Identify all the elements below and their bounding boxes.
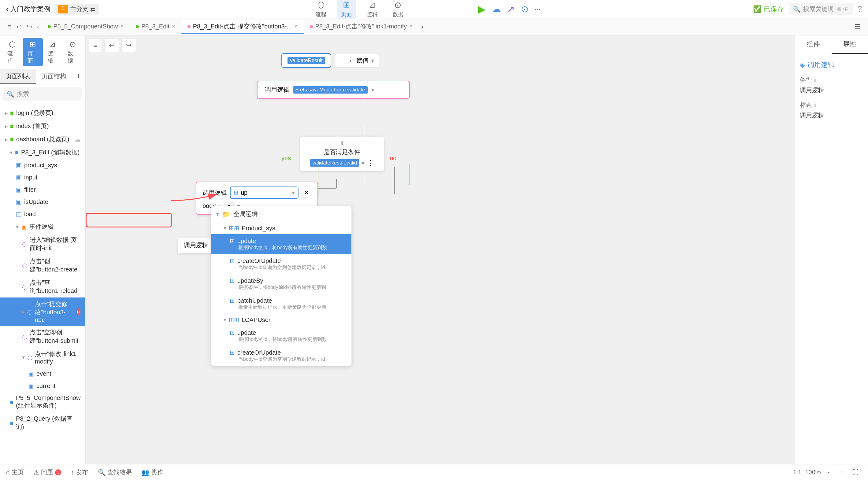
tree-item-submit[interactable]: ◌ 点击"立即创建"button4-submit <box>0 326 85 347</box>
canvas-undo-button[interactable]: ↩ <box>104 38 119 52</box>
nav-page[interactable]: ⊞ 页面 <box>337 0 356 19</box>
dropdown-product-section[interactable]: ▾ ⊞⊞ Product_sys <box>211 222 351 234</box>
sidebar-nav-flow[interactable]: ⬡ 流程 <box>2 38 23 66</box>
page-tab-add[interactable]: + <box>71 69 85 84</box>
sidebar-search-bar: 🔍 搜索 <box>0 85 85 104</box>
canvas-collapse-button[interactable]: ≡ <box>89 38 102 52</box>
dropdown-item-updateby[interactable]: ⊞ updateBy 根据条件，将body除id外所有属性更新到 <box>211 274 351 294</box>
tab-close-p8-3-link1[interactable]: × <box>409 23 412 30</box>
tree-item-p8-2[interactable]: ■ P8_2_Query (数据查询) <box>0 412 85 434</box>
nav-data[interactable]: ⊙ 数据 <box>389 0 407 19</box>
tree-item-events[interactable]: ▾ ▣ 事件逻辑 <box>0 220 85 233</box>
share-icon[interactable]: ↗ <box>507 4 515 14</box>
settings-icon[interactable]: ⊙ <box>521 4 528 14</box>
tab-p8-3-edit[interactable]: P8_3_Edit × <box>130 21 181 33</box>
dropdown-lcapuser-section[interactable]: ▾ ⊞⊞ LCAPUser <box>211 314 351 326</box>
condition-dropdown-icon[interactable]: ▾ <box>361 159 365 167</box>
tab-forward-button[interactable]: ↪ <box>24 21 35 33</box>
zoom-plus-button[interactable]: + <box>836 468 846 477</box>
logic-input-dropdown[interactable]: ▾ <box>292 189 295 196</box>
logic-dropdown: ▾ 📁 全局逻辑 ▾ ⊞⊞ Product_sys ⊞ update 根据bod… <box>211 206 352 366</box>
tree-item-modify[interactable]: ▾ ◌ 点击"修改"link1-modify <box>0 347 85 367</box>
branch-button[interactable]: 主 主分支 ⇄ <box>54 4 99 15</box>
tree-item-index[interactable]: ▸ ■ index (首页) <box>0 120 85 133</box>
top-bar-right: ✅ 已保存 🔍 搜索关键词 ⌘+F ? <box>753 3 862 15</box>
dropdown-item-batchupdate[interactable]: ⊞ batchUpdate 批量更新数据记录，更新策略为全部更新 <box>211 294 351 314</box>
cloud-icon[interactable]: ☁ <box>492 4 501 14</box>
sidebar-nav-logic[interactable]: ⊿ 逻辑 <box>43 38 63 66</box>
tab-p8-3-button3[interactable]: P8_3_Edit-点击"提交修改"button3-... × <box>181 20 304 34</box>
label-init: 进入"编辑数据"页面时-init <box>30 236 81 252</box>
tree-item-product-sys[interactable]: ▣ product_sys <box>0 159 85 171</box>
bottom-home[interactable]: ⌂ 主页 <box>6 468 24 476</box>
search-box[interactable]: 🔍 搜索关键词 ⌘+F <box>789 3 853 15</box>
dropdown-item-update2[interactable]: ⊞ update 根据body的id，将body所有属性更新到数 <box>211 326 351 346</box>
tree-item-input[interactable]: ▣ input <box>0 171 85 184</box>
page-tab-structure[interactable]: 页面结构 <box>36 69 71 84</box>
sidebar-page-label: 页面 <box>28 50 38 65</box>
tab-p8-3-link1[interactable]: P8_3_Edit-点击"修改"link1-modify × <box>304 20 419 34</box>
help-icon[interactable]: ? <box>858 4 862 14</box>
batchupdate-icon: ⊞ <box>230 297 235 304</box>
tree-item-p8-3-edit[interactable]: ▾ ■ P8_3_Edit (编辑数据) <box>0 146 85 159</box>
tree-item-isupdate[interactable]: ▣ isUpdate <box>0 196 85 208</box>
bottom-search[interactable]: 🔍 查找结果 <box>98 468 132 476</box>
dropdown-item-createorupdate[interactable]: ⊞ createOrUpdate 当body中id查询为空则创建数据记录，id <box>211 254 351 274</box>
home-icon: ⌂ <box>6 469 10 476</box>
zoom-expand-button[interactable]: ⛶ <box>850 468 862 477</box>
tree-item-upc[interactable]: ▸ ◌ 点击"提交修改"button3-upc ⊘ <box>0 297 85 326</box>
tree-item-create[interactable]: ◌ 点击"创建"button2-create <box>0 255 85 276</box>
tree-item-dashboard[interactable]: ▸ ■ dashboard (总览页) ☁ <box>0 133 85 146</box>
nav-flow[interactable]: ⬡ 流程 <box>312 0 330 19</box>
zoom-minus-button[interactable]: - <box>825 468 833 477</box>
assign-button[interactable]: ← ← 赋值 ▾ <box>335 54 379 68</box>
right-panel-type-value: 调用逻辑 <box>800 86 863 94</box>
sidebar-search-input[interactable]: 🔍 搜索 <box>3 88 82 101</box>
dropdown-item-createorupdate2[interactable]: ⊞ createOrUpdate 当body中id查询为空则创建数据记录，id <box>211 346 351 366</box>
tab-close-p5-5[interactable]: × <box>120 23 124 30</box>
sidebar-nav-page[interactable]: ⊞ 页面 <box>23 38 43 66</box>
sidebar-nav-data[interactable]: ⊙ 数据 <box>63 38 83 66</box>
nav-logic[interactable]: ⊿ 逻辑 <box>363 0 381 19</box>
tree-item-reload[interactable]: ◌ 点击"查询"button1-reload <box>0 276 85 297</box>
tab-next-button[interactable]: › <box>419 21 426 33</box>
tab-p5-5[interactable]: P5_5_ComponentShow × <box>41 21 130 33</box>
dropdown-lcapuser-label: LCAPUser <box>242 316 270 323</box>
tree-item-login[interactable]: ▸ ■ login (登录页) <box>0 106 85 120</box>
tab-prev-button[interactable]: ‹ <box>35 21 41 33</box>
tab-close-p8-3-button3[interactable]: × <box>294 23 298 30</box>
dropdown-item-update[interactable]: ⊞ update 根据body的id，将body所有属性更新到数 <box>211 234 351 254</box>
right-tab-props[interactable]: 属性 <box>832 35 868 54</box>
right-tab-components[interactable]: 组件 <box>795 35 832 54</box>
logic-search-input[interactable]: ⊞ up ▾ <box>230 187 299 199</box>
tree-item-load[interactable]: ◫ load <box>0 208 85 220</box>
tab-back-button[interactable]: ↩ <box>14 21 24 33</box>
tree-item-filter[interactable]: ▣ filter <box>0 184 85 196</box>
play-icon[interactable]: ▶ <box>478 3 486 15</box>
tree-item-init[interactable]: ◌ 进入"编辑数据"页面时-init <box>0 233 85 255</box>
label-index: index (首页) <box>16 122 49 130</box>
chevron-login: ▸ <box>5 110 8 117</box>
tree-item-current[interactable]: ▣ current <box>0 380 85 392</box>
tree-item-p5-5[interactable]: ■ P5_5_ComponentShow (组件显示条件) <box>0 392 85 412</box>
tab-list-button[interactable]: ☰ <box>852 21 863 33</box>
page-tab-list[interactable]: 页面列表 <box>0 69 36 84</box>
icon-reload: ◌ <box>22 283 27 290</box>
bottom-problems[interactable]: ⚠ 问题 1 <box>34 468 61 476</box>
back-button[interactable]: ‹ 入门教学案例 <box>6 5 51 14</box>
tab-collapse-button[interactable]: ≡ <box>5 21 14 33</box>
tree-item-event[interactable]: ▣ event <box>0 367 85 380</box>
bottom-publish[interactable]: ↑ 发布 <box>71 468 88 476</box>
tab-close-p8-3-edit[interactable]: × <box>172 23 175 30</box>
bottom-cooperate[interactable]: 👥 协作 <box>142 468 163 476</box>
logic-delete-button[interactable]: ✕ <box>302 188 311 197</box>
call-logic-1-dropdown-icon[interactable]: ▾ <box>371 86 374 94</box>
condition-more-icon[interactable]: ⋮ <box>367 159 374 167</box>
top-bar: ‹ 入门教学案例 主 主分支 ⇄ ⬡ 流程 ⊞ 页面 ⊿ 逻辑 ⊙ 数据 <box>0 0 868 18</box>
project-title: 入门教学案例 <box>10 5 51 14</box>
dropdown-global-section[interactable]: ▾ 📁 全局逻辑 <box>211 206 351 222</box>
more-icon[interactable]: ··· <box>535 5 541 13</box>
canvas-redo-button[interactable]: ↪ <box>121 38 136 52</box>
canvas-area[interactable]: ≡ ↩ ↪ validateResult ← ← 赋值 ▾ <box>86 35 795 480</box>
tab-label-p8-3-button3: P8_3_Edit-点击"提交修改"button3-... <box>193 22 292 31</box>
